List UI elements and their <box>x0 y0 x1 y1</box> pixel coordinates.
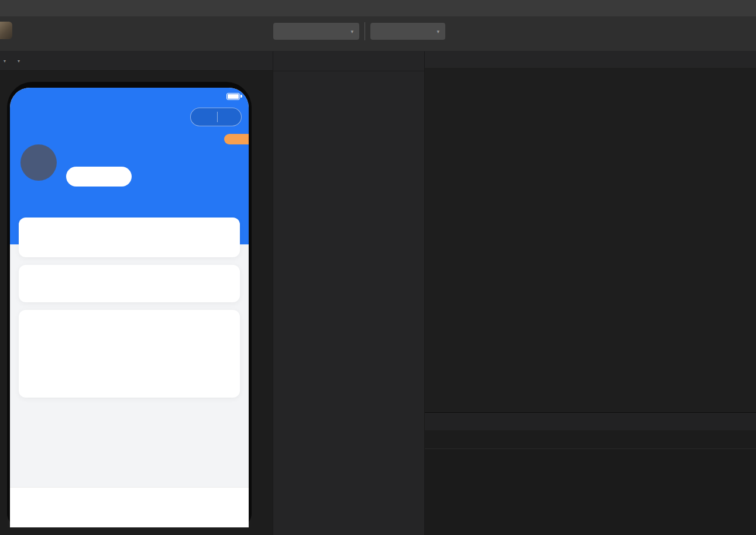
debugger-panel <box>425 412 756 535</box>
editor-tab-bar <box>425 51 756 68</box>
mode-select[interactable]: ▾ <box>273 23 359 40</box>
nav-bar <box>10 105 249 131</box>
menu-list-card <box>19 310 240 398</box>
user-avatar[interactable] <box>20 144 57 181</box>
phone-frame <box>7 82 252 527</box>
capsule-divider <box>217 112 218 122</box>
miniprogram-screen <box>10 88 249 527</box>
toolbar-divider <box>365 22 365 40</box>
wechat-devtools-window: ▾ ▾ ▾ ▾ <box>0 0 756 535</box>
wxml-inspector[interactable] <box>425 449 756 458</box>
chevron-down-icon: ▾ <box>4 58 6 64</box>
status-bar <box>10 88 249 105</box>
shortcut-grid-card <box>19 265 240 302</box>
file-explorer-panel <box>273 51 425 535</box>
simulator-panel: ▾ ▾ <box>0 51 273 535</box>
explorer-header <box>273 71 424 89</box>
account-avatar[interactable] <box>0 22 12 39</box>
debugger-tab-bar <box>425 413 756 430</box>
sync-wechat-button[interactable] <box>66 167 132 187</box>
chevron-down-icon: ▾ <box>18 58 20 64</box>
capsule-button[interactable] <box>190 108 242 126</box>
compile-select[interactable]: ▾ <box>370 23 445 40</box>
battery-icon <box>226 93 240 100</box>
centers-card <box>19 218 240 257</box>
breadcrumb <box>425 68 756 83</box>
activity-bar <box>273 51 424 71</box>
simulator-toolbar: ▾ ▾ <box>0 51 273 71</box>
tab-bar <box>10 487 249 527</box>
chevron-down-icon: ▾ <box>350 29 353 34</box>
chevron-down-icon: ▾ <box>437 29 439 34</box>
main-toolbar: ▾ ▾ <box>0 16 756 51</box>
menu-bar <box>0 0 756 16</box>
complete-profile-button[interactable] <box>224 134 249 144</box>
code-editor-panel <box>425 51 756 412</box>
battery-indicator <box>224 93 240 100</box>
devtools-tab-bar <box>425 430 756 449</box>
